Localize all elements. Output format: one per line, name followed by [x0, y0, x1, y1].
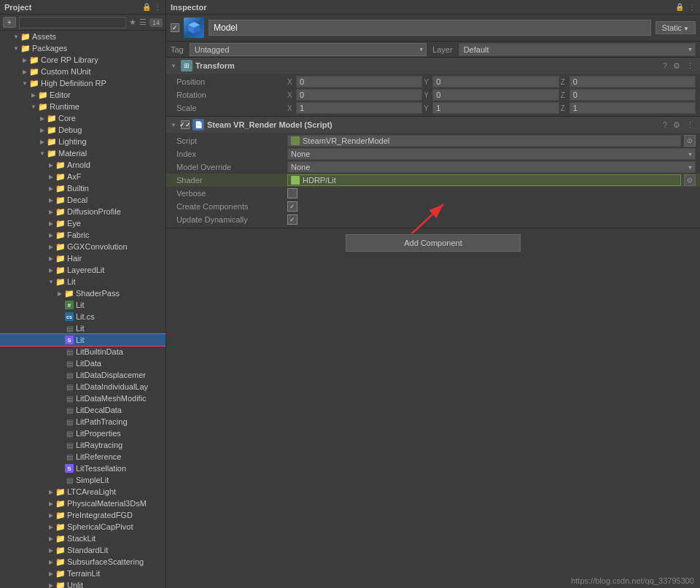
tree-item-lit-selected[interactable]: S Lit — [0, 334, 166, 346]
stack-lit-label: StackLit — [67, 534, 96, 543]
verbose-checkbox[interactable] — [287, 188, 298, 198]
assets-folder-icon: 📁 — [20, 31, 31, 42]
tree-item-editor[interactable]: 📁 Editor — [0, 89, 166, 101]
tree-item-lit-cs[interactable]: cs Lit.cs — [0, 311, 166, 322]
tree-item-decal[interactable]: 📁 Decal — [0, 194, 166, 206]
static-button[interactable]: Static — [656, 21, 696, 34]
tree-item-core[interactable]: 📁 Core — [0, 112, 166, 124]
model-override-select[interactable]: None — [287, 161, 696, 173]
scl-z-field: Z — [561, 102, 696, 114]
tree-item-eye[interactable]: 📁 Eye — [0, 217, 166, 229]
tree-item-hdrp[interactable]: 📁 High Definition RP — [0, 77, 166, 89]
tree-item-standard-lit[interactable]: 📁 StandardLit — [0, 544, 166, 556]
tree-item-diffusion[interactable]: 📁 DiffusionProfile — [0, 206, 166, 217]
script-header[interactable]: ▼ ✓ 📄 Steam VR_Render Model (Script) ? ⚙… — [166, 117, 700, 133]
pos-z-input[interactable] — [569, 76, 696, 88]
tree-item-lit[interactable]: 📁 Lit — [0, 276, 166, 287]
pos-y-input[interactable] — [432, 76, 559, 88]
tree-item-lit-builtin[interactable]: ▤ LitBuiltinData — [0, 346, 166, 357]
rot-z-input[interactable] — [569, 89, 696, 101]
search-input[interactable] — [19, 17, 126, 28]
tree-item-spherical[interactable]: 📁 SphericalCapPivot — [0, 521, 166, 533]
shader-object-field[interactable]: HDRP/Lit — [287, 174, 681, 186]
pos-x-label: X — [287, 78, 295, 86]
tree-item-lit-file[interactable]: ▤ Lit — [0, 322, 166, 334]
tree-item-lit-tess[interactable]: S LitTessellation — [0, 463, 166, 474]
pre-integrated-label: PreIntegratedFGD — [67, 511, 133, 519]
tree-item-lit-path[interactable]: ▤ LitPathTracing — [0, 416, 166, 428]
script-active-checkbox[interactable]: ✓ — [181, 120, 190, 129]
material-arrow — [38, 149, 47, 158]
update-dynamically-checkbox[interactable] — [287, 214, 298, 225]
project-tree: 📁 Assets 📁 Packages 📁 Core RP Library 📁 … — [0, 31, 166, 588]
transform-more-icon[interactable]: ⋮ — [685, 61, 696, 71]
rot-y-input[interactable] — [432, 89, 559, 101]
tree-item-subsurface[interactable]: 📁 SubsurfaceScattering — [0, 556, 166, 568]
script-dot-btn[interactable]: ⊙ — [684, 135, 696, 147]
scale-values: X Y Z — [287, 102, 696, 114]
tree-item-stack-lit[interactable]: 📁 StackLit — [0, 533, 166, 544]
add-component-button[interactable]: Add Component — [346, 234, 521, 252]
shader-dot-btn[interactable]: ⊙ — [684, 174, 696, 186]
layer-select[interactable]: Default — [459, 43, 696, 56]
lit-builtin-label: LitBuiltinData — [76, 347, 123, 356]
tree-item-layered-lit[interactable]: 📁 LayeredLit — [0, 264, 166, 276]
add-button[interactable]: + — [3, 17, 16, 28]
tree-item-simple-lit[interactable]: ▤ SimpleLit — [0, 474, 166, 486]
transform-help-icon[interactable]: ? — [661, 61, 669, 70]
tree-item-core-rp[interactable]: 📁 Core RP Library — [0, 54, 166, 66]
scl-z-input[interactable] — [569, 102, 696, 114]
pos-x-input[interactable] — [296, 76, 422, 88]
panel-header-icons: 🔒 ⋮ — [142, 3, 161, 11]
tree-item-ggx[interactable]: 📁 GGXConvolution — [0, 241, 166, 252]
tree-item-lighting[interactable]: 📁 Lighting — [0, 136, 166, 147]
create-components-checkbox[interactable] — [287, 201, 298, 212]
tree-item-terrain-lit[interactable]: 📁 TerrainLit — [0, 568, 166, 579]
tree-item-debug[interactable]: 📁 Debug — [0, 124, 166, 136]
tree-item-unlit[interactable]: 📁 Unlit — [0, 579, 166, 588]
tree-item-physical[interactable]: 📁 PhysicalMaterial3DsM — [0, 498, 166, 509]
index-select[interactable]: None — [287, 148, 696, 160]
tree-item-axf[interactable]: 📁 AxF — [0, 171, 166, 182]
tree-item-lit-ref[interactable]: ▤ LitReference — [0, 451, 166, 463]
tree-item-custom-nunit[interactable]: 📁 Custom NUnit — [0, 66, 166, 77]
tree-item-lit-data-mesh[interactable]: ▤ LitDataMeshModific — [0, 392, 166, 404]
scl-x-field: X — [287, 102, 422, 114]
tree-item-shaderpass[interactable]: 📁 ShaderPass — [0, 287, 166, 299]
index-value-group: None — [287, 148, 696, 160]
project-toolbar: + ★ ☰ 14 — [0, 15, 166, 31]
layer-label: Layer — [432, 45, 453, 54]
transform-settings-icon[interactable]: ⚙ — [672, 61, 682, 71]
rot-x-input[interactable] — [296, 89, 422, 101]
tree-item-lit-data-indiv[interactable]: ▤ LitDataIndividualLay — [0, 381, 166, 392]
script-object-field[interactable]: SteamVR_RenderModel — [287, 135, 681, 147]
object-active-checkbox[interactable] — [171, 23, 179, 32]
scl-x-input[interactable] — [296, 102, 422, 114]
script-settings-icon[interactable]: ⚙ — [672, 120, 682, 130]
script-more-icon[interactable]: ⋮ — [685, 120, 696, 130]
tree-item-lit-props[interactable]: ▤ LitProperties — [0, 428, 166, 439]
tree-item-lit-data-disp[interactable]: ▤ LitDataDisplacemer — [0, 369, 166, 381]
tree-item-ltc[interactable]: 📁 LTCAreaLight — [0, 486, 166, 498]
tree-item-lit-hash[interactable]: # Lit — [0, 299, 166, 311]
tree-item-material[interactable]: 📁 Material — [0, 147, 166, 159]
tree-item-runtime[interactable]: 📁 Runtime — [0, 101, 166, 112]
tag-select[interactable]: Untagged — [190, 43, 427, 56]
tree-item-packages[interactable]: 📁 Packages — [0, 42, 166, 54]
tree-item-lit-ray[interactable]: ▤ LitRaytracing — [0, 439, 166, 451]
core-arrow — [38, 114, 47, 123]
transform-header[interactable]: ▼ ⊞ Transform ? ⚙ ⋮ — [166, 58, 700, 74]
tree-item-arnold[interactable]: 📁 Arnold — [0, 159, 166, 171]
custom-nunit-label: Custom NUnit — [41, 67, 90, 76]
object-name-input[interactable] — [209, 20, 651, 36]
tree-item-lit-data[interactable]: ▤ LitData — [0, 357, 166, 369]
tree-item-assets[interactable]: 📁 Assets — [0, 31, 166, 42]
script-help-icon[interactable]: ? — [661, 120, 669, 129]
scl-y-input[interactable] — [432, 102, 559, 114]
decal-arrow — [47, 196, 55, 204]
tree-item-builtin[interactable]: 📁 Builtin — [0, 182, 166, 194]
tree-item-lit-decal[interactable]: ▤ LitDecalData — [0, 404, 166, 416]
tree-item-hair[interactable]: 📁 Hair — [0, 252, 166, 264]
tree-item-pre-integrated[interactable]: 📁 PreIntegratedFGD — [0, 509, 166, 521]
tree-item-fabric[interactable]: 📁 Fabric — [0, 229, 166, 241]
